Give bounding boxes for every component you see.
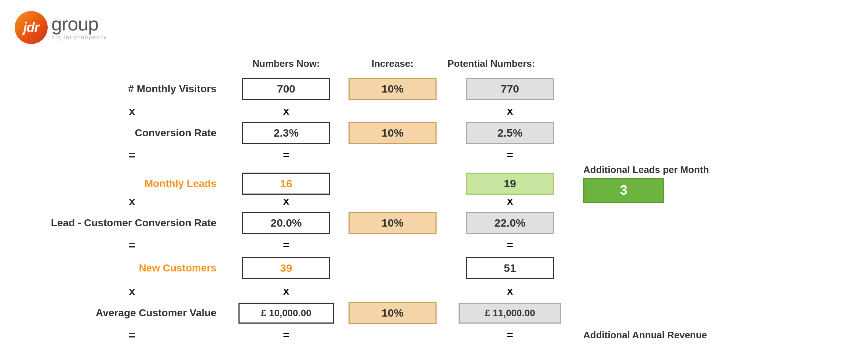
col-header-numbers-now: Numbers Now: — [227, 55, 345, 72]
row-lead-conversion: Lead - Customer Conversion Rate 20.0% 10… — [37, 210, 853, 236]
row-equals-3: = = = Additional Annual Revenue — [37, 326, 853, 344]
row-avg-customer-value: Average Customer Value £ 10,000.00 10% £… — [37, 300, 853, 326]
conversion-rate-now[interactable]: 2.3% — [242, 122, 330, 144]
conversion-rate-potential-cell: 2.5% — [440, 120, 580, 145]
monthly-leads-potential-cell: 19 — [440, 171, 580, 196]
row-conversion-rate: Conversion Rate 2.3% 10% 2.5% — [37, 120, 853, 146]
monthly-visitors-potential-cell: 770 — [440, 76, 580, 101]
operator-2-potential: x — [440, 193, 580, 209]
row-monthly-visitors: # Monthly Visitors 700 10% 770 — [37, 76, 853, 102]
monthly-leads-now-cell: 16 — [227, 171, 345, 196]
row-annual-revenue: Annual Revenue £386,400 £565,728 £179,32… — [37, 344, 853, 346]
new-customers-potential-cell: 51 — [440, 256, 580, 281]
conversion-rate-now-cell: 2.3% — [227, 120, 345, 145]
row-equals-1: = = = — [37, 146, 853, 164]
conversion-rate-increase[interactable]: 10% — [349, 122, 437, 144]
col-header-empty — [37, 55, 227, 72]
additional-leads-label: Additional Leads per Month — [583, 164, 709, 176]
equals-2-now: = — [227, 237, 345, 253]
new-customers-label: New Customers — [37, 261, 227, 275]
operator-3-label: x — [37, 282, 227, 300]
equals-2-potential: = — [440, 237, 580, 253]
avg-customer-value-now[interactable]: £ 10,000.00 — [238, 303, 334, 324]
logo-icon: jdr — [15, 11, 48, 44]
row-new-customers: New Customers 39 51 — [37, 254, 853, 282]
avg-customer-value-now-cell: £ 10,000.00 — [227, 301, 345, 325]
equals-1-label: = — [37, 147, 227, 164]
calculator: Numbers Now: Increase: Potential Numbers… — [15, 55, 853, 346]
operator-2-now: x — [227, 193, 345, 209]
avg-customer-value-potential-cell: £ 11,000.00 — [440, 301, 580, 325]
conversion-rate-label: Conversion Rate — [37, 126, 227, 140]
monthly-visitors-label: # Monthly Visitors — [37, 82, 227, 96]
equals-3-label: = — [37, 327, 227, 344]
new-customers-now[interactable]: 39 — [242, 257, 330, 279]
col-header-extra — [580, 55, 690, 72]
monthly-leads-additional: Additional Leads per Month 3 — [580, 164, 690, 203]
equals-3-now: = — [227, 327, 345, 343]
monthly-visitors-now-cell: 700 — [227, 76, 345, 101]
operator-3-now: x — [227, 283, 345, 299]
conversion-rate-increase-cell: 10% — [345, 120, 440, 145]
lead-conversion-increase[interactable]: 10% — [349, 212, 437, 234]
lead-conversion-now[interactable]: 20.0% — [242, 212, 330, 234]
monthly-visitors-potential: 770 — [466, 78, 554, 100]
avg-customer-value-potential: £ 11,000.00 — [459, 303, 561, 324]
row-monthly-leads: Monthly Leads 16 19 Additional Leads per… — [37, 164, 853, 192]
lead-conversion-potential: 22.0% — [466, 212, 554, 234]
equals-3-extra: Additional Annual Revenue — [580, 329, 690, 341]
new-customers-now-cell: 39 — [227, 256, 345, 281]
operator-1-potential: x — [440, 103, 580, 119]
column-headers: Numbers Now: Increase: Potential Numbers… — [37, 55, 853, 72]
avg-customer-value-label: Average Customer Value — [37, 306, 227, 320]
equals-1-potential: = — [440, 147, 580, 163]
monthly-visitors-increase[interactable]: 10% — [349, 78, 437, 100]
page: jdr group digital prosperity Numbers Now… — [0, 0, 868, 346]
col-header-potential: Potential Numbers: — [440, 55, 580, 72]
monthly-leads-now[interactable]: 16 — [242, 173, 330, 195]
logo-group-label: group — [51, 14, 107, 33]
additional-revenue-label: Additional Annual Revenue — [583, 329, 707, 341]
additional-leads-value: 3 — [583, 178, 664, 203]
logo-text-group: group digital prosperity — [51, 14, 107, 41]
lead-conversion-label: Lead - Customer Conversion Rate — [37, 216, 227, 230]
new-customers-potential: 51 — [466, 257, 554, 279]
conversion-rate-potential: 2.5% — [466, 122, 554, 144]
equals-3-potential: = — [440, 327, 580, 343]
operator-1-label: x — [37, 102, 227, 120]
equals-1-now: = — [227, 147, 345, 163]
operator-2-label: x — [37, 192, 227, 210]
row-equals-2: = = = — [37, 236, 853, 254]
logo-tagline: digital prosperity — [51, 34, 107, 41]
operator-1-now: x — [227, 103, 345, 119]
lead-conversion-increase-cell: 10% — [345, 210, 440, 235]
monthly-leads-potential: 19 — [466, 173, 554, 195]
lead-conversion-potential-cell: 22.0% — [440, 210, 580, 235]
row-operator-2: x x x — [37, 192, 853, 210]
row-operator-3: x x x — [37, 282, 853, 300]
operator-3-potential: x — [440, 283, 580, 299]
col-header-increase: Increase: — [345, 55, 440, 72]
logo-jdr-text: jdr — [23, 20, 39, 35]
avg-customer-value-increase-cell: 10% — [345, 300, 440, 325]
monthly-visitors-now[interactable]: 700 — [242, 78, 330, 100]
equals-2-label: = — [37, 237, 227, 254]
monthly-visitors-increase-cell: 10% — [345, 76, 440, 101]
row-operator-1: x x x — [37, 102, 853, 120]
lead-conversion-now-cell: 20.0% — [227, 210, 345, 235]
monthly-leads-label: Monthly Leads — [37, 176, 227, 191]
logo-area: jdr group digital prosperity — [15, 11, 853, 44]
avg-customer-value-increase[interactable]: 10% — [349, 302, 437, 324]
